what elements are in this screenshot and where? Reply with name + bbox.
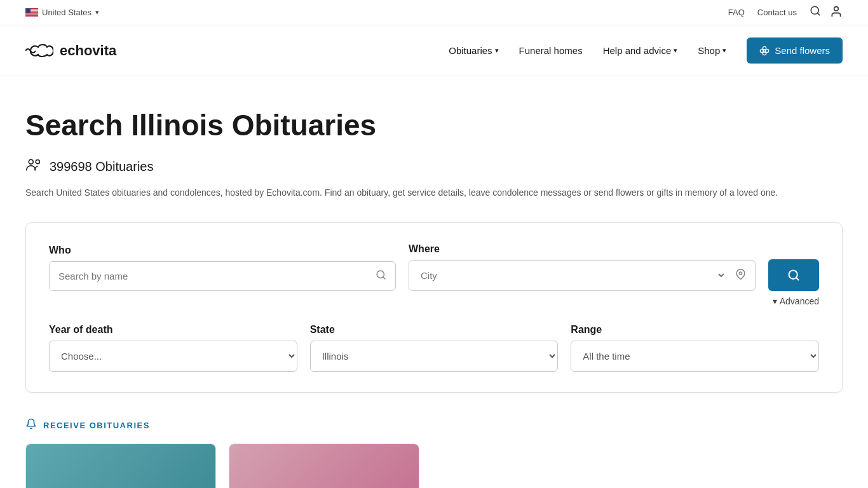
logo-text: echovita — [60, 43, 116, 59]
svg-rect-10 — [25, 15, 38, 15]
range-field: Range All the time — [571, 324, 819, 372]
state-label: State — [310, 324, 559, 336]
chevron-down-icon: ▾ — [674, 46, 677, 55]
chevron-down-icon: ▾ — [495, 46, 499, 55]
obituaries-count: 399698 Obituaries — [25, 158, 843, 175]
svg-rect-13 — [25, 8, 31, 13]
nav-item-help[interactable]: Help and advice ▾ — [603, 45, 678, 56]
obituary-card[interactable] — [25, 444, 216, 488]
country-chevron-icon: ▾ — [95, 8, 99, 17]
nav-item-obituaries[interactable]: Obituaries ▾ — [449, 45, 498, 56]
us-flag-icon — [25, 8, 38, 17]
search-icon[interactable] — [810, 5, 821, 20]
top-bar: United States ▾ FAQ Contact us — [0, 0, 868, 25]
nav-item-funeral-homes[interactable]: Funeral homes — [519, 45, 583, 56]
advanced-fields: Year of death Choose... State Illinois R… — [49, 324, 819, 372]
search-main-row: Who Where City — [49, 243, 819, 291]
city-input-wrapper: City — [409, 260, 756, 291]
svg-line-24 — [796, 278, 799, 280]
flower-icon — [759, 46, 770, 56]
where-field: Where City — [409, 243, 756, 291]
receive-obituaries-title: RECEIVE OBITUARIES — [25, 418, 843, 432]
svg-line-21 — [383, 277, 385, 279]
logo-icon — [25, 43, 53, 58]
page-description: Search United States obituaries and cond… — [25, 186, 813, 200]
country-selector[interactable]: United States ▾ — [25, 8, 99, 17]
main-nav: Obituaries ▾ Funeral homes Help and advi… — [449, 37, 843, 64]
receive-obituaries-section: RECEIVE OBITUARIES — [25, 418, 843, 488]
svg-point-16 — [834, 7, 839, 11]
count-text: 399698 Obituaries — [50, 159, 153, 174]
location-icon[interactable] — [726, 269, 755, 282]
search-icon[interactable] — [367, 269, 395, 283]
year-of-death-label: Year of death — [49, 324, 297, 336]
svg-rect-7 — [25, 13, 38, 13]
nav-item-shop[interactable]: Shop ▾ — [698, 45, 726, 56]
who-field: Who — [49, 245, 396, 291]
advanced-row: ▾ Advanced — [49, 296, 819, 306]
advanced-toggle[interactable]: ▾ Advanced — [773, 296, 819, 306]
state-select[interactable]: Illinois — [310, 341, 559, 372]
contact-link[interactable]: Contact us — [757, 8, 797, 17]
range-select[interactable]: All the time — [571, 341, 819, 372]
obituary-cards-row — [25, 444, 843, 488]
search-button-icon — [787, 269, 800, 281]
year-of-death-field: Year of death Choose... — [49, 324, 297, 372]
year-of-death-select[interactable]: Choose... — [49, 341, 297, 372]
range-label: Range — [571, 324, 819, 336]
svg-point-19 — [36, 160, 39, 164]
header: echovita Obituaries ▾ Funeral homes Help… — [0, 25, 868, 76]
name-input-wrapper — [49, 261, 396, 291]
state-field: State Illinois — [310, 324, 559, 372]
card-image-pink — [229, 444, 419, 488]
search-button[interactable] — [768, 259, 819, 291]
search-by-name-input[interactable] — [50, 262, 367, 290]
svg-rect-12 — [25, 16, 38, 17]
svg-point-22 — [739, 272, 742, 274]
country-name: United States — [42, 8, 92, 17]
top-bar-icons — [810, 5, 843, 20]
obituary-card[interactable] — [229, 444, 419, 488]
svg-line-15 — [817, 13, 819, 15]
svg-rect-8 — [25, 13, 38, 14]
top-bar-links: FAQ Contact us — [728, 5, 843, 20]
bell-icon — [25, 418, 37, 432]
main-content: Search Illinois Obituaries 399698 Obitua… — [0, 76, 868, 488]
who-label: Who — [49, 245, 396, 256]
user-icon[interactable] — [830, 5, 843, 20]
svg-rect-11 — [25, 15, 38, 16]
page-title: Search Illinois Obituaries — [25, 108, 843, 142]
logo[interactable]: echovita — [25, 43, 116, 59]
chevron-down-icon: ▾ — [773, 296, 777, 306]
city-select[interactable]: City — [409, 261, 726, 290]
card-image-teal — [26, 444, 215, 488]
send-flowers-button[interactable]: Send flowers — [747, 37, 843, 64]
faq-link[interactable]: FAQ — [728, 8, 745, 17]
search-box: Who Where City — [25, 222, 843, 393]
svg-rect-9 — [25, 14, 38, 15]
chevron-down-icon: ▾ — [722, 46, 726, 55]
svg-point-18 — [29, 159, 33, 164]
where-label: Where — [409, 243, 756, 255]
people-icon — [25, 158, 43, 175]
